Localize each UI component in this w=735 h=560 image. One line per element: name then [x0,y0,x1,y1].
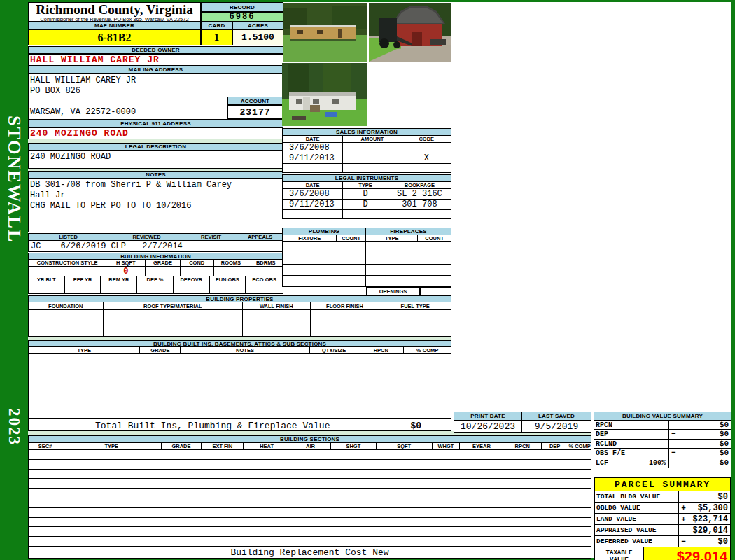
shgt-header: SHGT [331,443,377,449]
bi-notes-header: NOTES [181,347,309,354]
deeded-owner-value: HALL WILLIAM CAREY JR [28,54,284,66]
reviewed-header: REVIEWED [108,234,185,240]
dep-header: DEP [542,443,568,449]
instrument-type: D [343,189,388,199]
revisit-cell [186,241,238,251]
rooms-header: ROOMS [214,260,249,266]
built-ins-header: BUILDING BUILT INS, BASEMENTS, ATTICS & … [28,340,451,347]
listed-cell: JC 6/26/2019 [29,241,108,251]
photo-red-barn-with-equipment [369,3,451,62]
card-value: 1 [201,29,232,46]
bi-qty-header: QTY/SIZE [310,347,359,354]
photo-white-mobile-home-in-trees [282,63,368,126]
plumbing-count-header: COUNT [337,235,366,241]
grade-header: GRADE [162,443,202,449]
appeals-cell [237,241,283,251]
plumbing-fireplaces-cols: FIXTURE COUNT TYPE COUNT [282,235,451,242]
instrument-date: 9/11/2013 [283,200,343,209]
physical-address-value: 240 MOZINGO ROAD [28,127,284,139]
building-properties-values [28,310,451,337]
parcel-summary: PARCEL SUMMARY TOTAL BLDG VALUE $0 OBLDG… [594,477,732,560]
print-saved-headers: PRINT DATE LAST SAVED [454,412,592,421]
mailing-line2: PO BOX 826 [30,86,283,97]
bi-grade-header: GRADE [140,347,181,354]
bvs-row-dep: DEP − $0 [594,430,731,439]
bvs-value: $0 [720,430,729,438]
bvs-value-cell: $0 [668,421,731,429]
fireplaces-header: FIREPLACES [366,227,451,235]
bi-comp-header: % COMP [404,347,451,354]
instrument-row [282,210,451,219]
parcel-value: $0 [688,492,730,502]
acres-header: ACRES [232,22,284,29]
instrument-bookpage: SL 2 316C [388,189,451,199]
funobs-header: FUN OBS [210,276,246,283]
bvs-value-cell: $0 [668,458,731,468]
review-value-row: JC 6/26/2019 CLP 2/7/2014 [28,241,284,252]
hsqft-header: H SQFT [106,260,146,266]
depovr-header: DEPOVR [174,276,210,283]
notes-line3: CHG MAIL TO PER PO TO TO 10/2016 [30,201,283,211]
bvs-label: LCF [596,459,608,468]
listed-by: JC [31,241,41,251]
sales-information-header: SALES INFORMATION [282,128,451,136]
sales-date: 9/11/2013 [283,153,343,163]
last-saved-value: 9/5/2019 [522,421,591,432]
building-properties-header: BUILDING PROPERTIES [28,295,451,302]
air-header: AIR [290,443,331,449]
bvs-row-obs: OBS F/E − $0 [594,449,731,458]
sales-row: 9/11/2013 X [282,153,451,164]
whgt-header: WHGT [433,443,461,449]
sqft-header: SQFT [377,443,433,449]
bvs-label: DEP [594,430,668,438]
map-number-value: 6-81B2 [28,29,201,46]
bvs-label: RPCN [594,421,668,429]
parcel-label: DEFERRED VALUE [595,536,679,547]
account-header: ACCOUNT [227,97,283,105]
legal-description-value: 240 MOZINGO ROAD [28,150,284,169]
floor-finish-header: FLOOR FINISH [311,302,380,309]
parcel-row-obldg: OBLDG VALUE + $5,300 [595,503,730,514]
mailing-address-header: MAILING ADDRESS [28,66,284,74]
print-date-header: PRINT DATE [454,412,522,421]
taxable-label-box: TAXABLE VALUE [595,547,644,560]
heat-header: HEAT [244,443,290,449]
construction-style-header: CONSTRUCTION STYLE [29,260,106,266]
bvs-value: $0 [720,458,729,468]
parcel-label: APPRAISED VALUE [595,525,679,536]
building-info-values-row2 [28,284,284,294]
bvs-value-cell: − $0 [668,449,731,457]
roof-header: ROOF TYPE/MATERIAL [104,302,243,309]
parcel-row-appraised: APPRAISED VALUE $29,014 [595,525,730,536]
card-header: CARD [201,22,232,29]
bvs-value-cell: $0 [668,440,731,448]
reviewed-by: CLP [111,241,126,251]
bvs-op: − [671,449,676,457]
openings-label: OPENINGS [379,288,407,295]
notes-box: DB 301-708 from Sherri P & William Carey… [28,178,284,232]
instrument-row: 9/11/2013 D 301 708 [282,200,451,210]
instruments-date-header: DATE [283,182,343,188]
last-saved-header: LAST SAVED [522,412,592,421]
sales-code [402,143,451,153]
sec-header: SEC# [29,443,62,449]
parcel-summary-header: PARCEL SUMMARY [595,478,730,491]
building-info-cols-row2: YR BLT EFF YR REM YR DEP % DEPOVR FUN OB… [28,276,284,284]
listed-date: 6/26/2019 [61,241,106,251]
print-saved-values: 10/26/2023 9/5/2019 [454,421,592,433]
taxable-value-box: $29,014 [644,547,730,560]
mailing-line1: HALL WILLIAM CAREY JR [30,76,283,86]
revisit-header: REVISIT [186,234,238,240]
record-header: RECORD [201,2,284,12]
plumbing-row [282,265,451,276]
openings-label-box: OPENINGS [366,287,420,295]
parcel-taxable-row: TAXABLE VALUE $29,014 [595,547,730,560]
ecoobs-header: ECO OBS [246,276,283,283]
notes-header: NOTES [28,171,284,178]
record-value: 6986 [201,12,284,22]
building-information-header: BUILDING INFORMATION [28,253,284,260]
deeded-owner-header: DEEDED OWNER [28,46,284,54]
built-ins-empty-rows [28,354,451,419]
openings-value-box [420,287,451,295]
parcel-label: LAND VALUE [595,514,679,524]
